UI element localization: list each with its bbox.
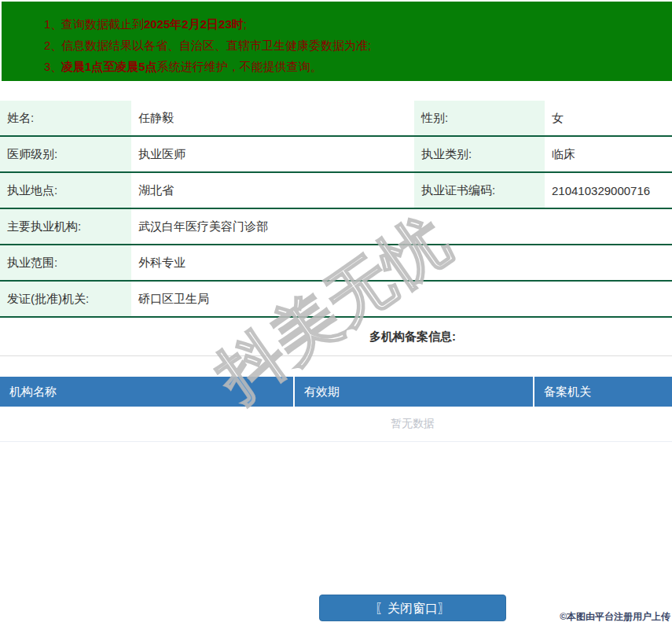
table-row: 姓名: 任静毅 性别: 女 [0, 101, 672, 137]
field-value-name: 任静毅 [131, 101, 414, 135]
column-header-institution-name: 机构名称 [0, 377, 295, 407]
field-label-practice-location: 执业地点: [0, 173, 131, 208]
field-value-practice-category: 临床 [545, 137, 672, 171]
close-window-button[interactable]: 〖关闭窗口〗 [319, 595, 506, 621]
page-container: 1、 查询数据截止到2025年2月2日23时; 2、 信息数据结果以各省、自治区… [0, 0, 672, 621]
notice-line: 1、 查询数据截止到2025年2月2日23时; [31, 13, 672, 35]
column-header-validity-period: 有效期 [295, 377, 534, 407]
notice-text: 凌晨1点至凌晨5点系统进行维护，不能提供查询。 [61, 56, 322, 77]
table-row: 主要执业机构: 武汉白年医疗美容门诊部 [0, 209, 672, 245]
field-label-license-number: 执业证书编码: [414, 173, 545, 208]
table-row: 执业范围: 外科专业 [0, 245, 672, 282]
table-row: 医师级别: 执业医师 执业类别: 临床 [0, 137, 672, 173]
field-value-license-number: 210410329000716 [545, 173, 672, 208]
field-label-gender: 性别: [414, 101, 545, 135]
field-value-main-institution: 武汉白年医疗美容门诊部 [131, 209, 672, 244]
notice-text: 查询数据截止到2025年2月2日23时; [61, 13, 247, 35]
notice-number: 1、 [31, 13, 61, 35]
field-value-practice-scope: 外科专业 [131, 245, 672, 280]
notice-line: 3、 凌晨1点至凌晨5点系统进行维护，不能提供查询。 [31, 56, 672, 77]
field-label-issuing-authority: 发证(批准)机关: [0, 282, 131, 316]
practitioner-info-table: 姓名: 任静毅 性别: 女 医师级别: 执业医师 执业类别: 临床 执业地点: … [0, 101, 672, 318]
field-value-practice-location: 湖北省 [131, 173, 414, 208]
notice-banner: 1、 查询数据截止到2025年2月2日23时; 2、 信息数据结果以各省、自治区… [2, 2, 672, 81]
field-label-practice-category: 执业类别: [414, 137, 545, 171]
notice-text: 信息数据结果以各省、自治区、直辖市卫生健康委数据为准; [61, 35, 371, 56]
field-label-main-institution: 主要执业机构: [0, 209, 131, 244]
table-row: 发证(批准)机关: 硚口区卫生局 [0, 282, 672, 318]
column-header-filing-authority: 备案机关 [534, 377, 672, 407]
filing-table: 机构名称 有效期 备案机关 暂无数据 [0, 377, 672, 442]
filing-table-header: 机构名称 有效期 备案机关 [0, 377, 672, 407]
notice-number: 2、 [31, 35, 61, 56]
table-row: 执业地点: 湖北省 执业证书编码: 210410329000716 [0, 173, 672, 209]
notice-number: 3、 [31, 56, 61, 77]
no-data-placeholder: 暂无数据 [0, 407, 672, 442]
field-label-name: 姓名: [0, 101, 131, 135]
field-value-issuing-authority: 硚口区卫生局 [131, 282, 672, 316]
field-value-gender: 女 [545, 101, 672, 135]
section-title-multi-institution: 多机构备案信息: [0, 318, 672, 356]
uploader-watermark-text: ©本图由平台注册用户上传 [560, 610, 670, 624]
notice-line: 2、 信息数据结果以各省、自治区、直辖市卫生健康委数据为准; [31, 35, 672, 56]
field-label-doctor-level: 医师级别: [0, 137, 131, 171]
field-label-practice-scope: 执业范围: [0, 245, 131, 280]
field-value-doctor-level: 执业医师 [131, 137, 414, 171]
